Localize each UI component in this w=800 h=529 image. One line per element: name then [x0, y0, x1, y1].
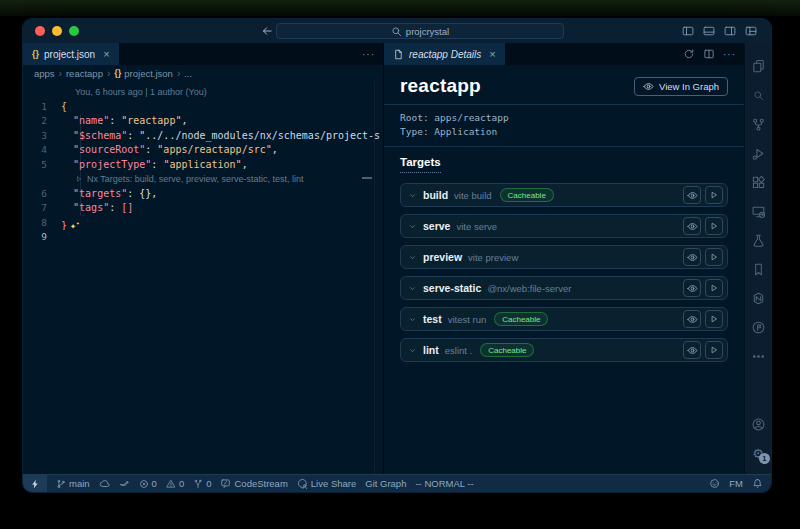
codelens[interactable]: You, 6 hours ago | 1 author (You) — [23, 85, 383, 100]
run-debug-icon[interactable] — [745, 139, 771, 168]
breadcrumb-item[interactable]: {}project.json — [114, 68, 173, 79]
launch-icon — [119, 478, 130, 489]
view-target-button[interactable] — [683, 217, 701, 235]
chevron-down-icon[interactable] — [408, 284, 417, 293]
close-tab-icon[interactable]: × — [103, 48, 109, 60]
line-number: 7 — [23, 201, 61, 216]
eye-icon — [687, 252, 698, 263]
line-number: 9 — [23, 230, 61, 245]
codestream-item[interactable]: CodeStream — [220, 478, 287, 489]
view-target-button[interactable] — [683, 279, 701, 297]
breadcrumb-item[interactable]: ... — [184, 68, 192, 79]
chevron-down-icon[interactable] — [408, 315, 417, 324]
code-line[interactable]: 4 "sourceRoot": "apps/reactapp/src", — [23, 143, 383, 158]
target-row-preview[interactable]: previewvite preview — [400, 245, 728, 269]
view-in-graph-button[interactable]: View In Graph — [634, 77, 728, 96]
code-editor[interactable]: You, 6 hours ago | 1 author (You)1{2 "na… — [23, 81, 383, 474]
git-graph-item[interactable]: Git Graph — [365, 478, 406, 489]
account-icon[interactable] — [745, 410, 771, 439]
project-root: Root: apps/reactapp — [400, 111, 728, 125]
cloud-icon — [99, 478, 110, 489]
breadcrumb-item[interactable]: apps — [34, 68, 55, 79]
target-row-build[interactable]: buildvite buildCacheable — [400, 183, 728, 207]
fork-item[interactable]: 0 — [193, 478, 211, 489]
layout-sidebar-left-icon[interactable] — [682, 25, 694, 37]
target-row-lint[interactable]: linteslint .Cacheable — [400, 338, 728, 362]
target-row-test[interactable]: testvitest runCacheable — [400, 307, 728, 331]
code-line[interactable]: 7 "tags": [] — [23, 201, 383, 216]
breadcrumb-item[interactable]: reactapp — [66, 68, 103, 79]
chevron-down-icon[interactable] — [408, 346, 417, 355]
tab-project-json[interactable]: {} project.json × — [23, 43, 119, 65]
chevron-down-icon[interactable] — [408, 222, 417, 231]
split-editor-icon[interactable] — [703, 48, 715, 60]
live-share-item[interactable]: Live Share — [297, 478, 356, 489]
warnings-item[interactable]: 0 — [166, 478, 184, 489]
nx-console-icon[interactable] — [745, 284, 771, 313]
notifications-bell-item[interactable] — [752, 478, 763, 489]
more-views-icon[interactable] — [745, 342, 771, 371]
fm-indicator[interactable]: FM — [729, 478, 743, 489]
target-row-serve-static[interactable]: serve-static@nx/web:file-server — [400, 276, 728, 300]
desktop-background: projcrystal {} project.json × ··· app — [0, 0, 800, 529]
vim-mode-indicator[interactable]: -- NORMAL -- — [415, 478, 473, 489]
run-target-button[interactable] — [705, 248, 723, 266]
navigate-back-icon[interactable] — [261, 25, 273, 37]
remote-explorer-icon[interactable] — [745, 197, 771, 226]
code-line[interactable]: 6 "targets": {}, — [23, 187, 383, 202]
run-target-button[interactable] — [705, 279, 723, 297]
source-control-icon[interactable] — [745, 110, 771, 139]
run-target-button[interactable] — [705, 341, 723, 359]
scrollbar-thumb[interactable] — [362, 177, 372, 179]
refresh-icon[interactable] — [683, 48, 695, 60]
minimize-window-button[interactable] — [52, 26, 62, 36]
close-window-button[interactable] — [35, 26, 45, 36]
git-branch-item[interactable]: main — [56, 478, 90, 489]
zoom-window-button[interactable] — [69, 26, 79, 36]
code-line[interactable]: 5 "projectType": "application", — [23, 158, 383, 173]
test-beaker-icon[interactable] — [745, 226, 771, 255]
line-number: 5 — [23, 158, 61, 173]
feedback-smiley-item[interactable] — [709, 478, 720, 489]
more-actions-icon[interactable]: ··· — [723, 49, 736, 60]
explorer-icon[interactable] — [745, 52, 771, 81]
launch-item[interactable] — [119, 478, 130, 489]
chevron-down-icon[interactable] — [408, 191, 417, 200]
target-row-serve[interactable]: servevite serve — [400, 214, 728, 238]
target-name: serve-static — [423, 282, 481, 294]
view-target-button[interactable] — [683, 310, 701, 328]
run-target-button[interactable] — [705, 217, 723, 235]
code-line[interactable]: 9 — [23, 230, 383, 245]
tab-reactapp-details[interactable]: reactapp Details × — [384, 43, 505, 65]
sync-item[interactable] — [99, 478, 110, 489]
layout-panel-icon[interactable] — [703, 25, 715, 37]
play-icon — [709, 314, 719, 324]
codelens[interactable]: Nx Targets: build, serve, preview, serve… — [23, 172, 383, 187]
search-icon[interactable] — [745, 81, 771, 110]
line-number: 3 — [23, 129, 61, 144]
view-target-button[interactable] — [683, 341, 701, 359]
run-target-button[interactable] — [705, 186, 723, 204]
close-tab-icon[interactable]: × — [489, 48, 495, 60]
bookmarks-icon[interactable] — [745, 255, 771, 284]
layout-sidebar-right-icon[interactable] — [724, 25, 736, 37]
more-actions-icon[interactable]: ··· — [362, 49, 375, 60]
view-target-button[interactable] — [683, 186, 701, 204]
layout-customize-icon[interactable] — [745, 25, 757, 37]
remote-indicator[interactable] — [23, 475, 47, 493]
timeline-icon[interactable] — [745, 313, 771, 342]
scrollbar-track[interactable] — [374, 81, 375, 474]
settings-gear-icon[interactable]: ⚙1 — [745, 439, 771, 468]
command-center-search[interactable]: projcrystal — [276, 23, 564, 39]
eye-icon — [687, 190, 698, 201]
code-line[interactable]: 8}✦✦ — [23, 216, 383, 231]
code-line[interactable]: 2 "name": "reactapp", — [23, 114, 383, 129]
errors-item[interactable]: 0 — [139, 478, 157, 489]
view-target-button[interactable] — [683, 248, 701, 266]
chevron-down-icon[interactable] — [408, 253, 417, 262]
code-line[interactable]: 3 "$schema": "../../node_modules/nx/sche… — [23, 129, 383, 144]
play-icon — [709, 283, 719, 293]
extensions-icon[interactable] — [745, 168, 771, 197]
run-target-button[interactable] — [705, 310, 723, 328]
code-line[interactable]: 1{ — [23, 100, 383, 115]
